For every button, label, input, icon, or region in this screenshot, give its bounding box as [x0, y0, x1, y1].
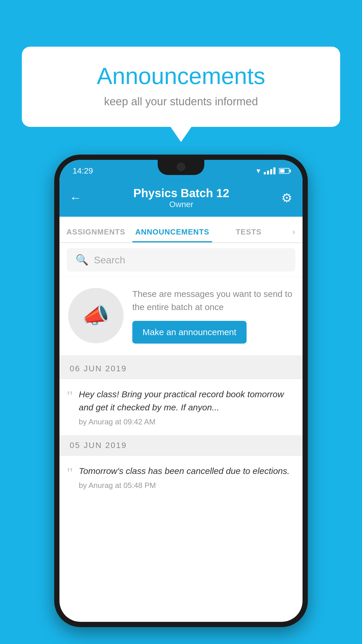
status-icons: ▾: [256, 166, 289, 175]
phone-outer: 14:29 ▾ ← Phys: [54, 155, 308, 627]
gear-icon[interactable]: ⚙: [281, 191, 292, 205]
date-divider-1: 06 JUN 2019: [59, 359, 303, 379]
quote-icon-1: ": [67, 389, 73, 404]
battery-icon: [279, 168, 289, 174]
header-center: Physics Batch 12 Owner: [81, 187, 281, 209]
megaphone-icon: 📣: [82, 303, 110, 328]
speech-bubble: Announcements keep all your students inf…: [22, 47, 340, 127]
phone-mockup: 14:29 ▾ ← Phys: [54, 155, 308, 627]
announcement-meta-2: by Anurag at 05:48 PM: [79, 481, 294, 490]
phone-screen: 14:29 ▾ ← Phys: [59, 160, 303, 622]
announcement-text-2: Tomorrow's class has been cancelled due …: [79, 464, 294, 477]
header-subtitle: Owner: [81, 200, 281, 209]
announcement-item-1: " Hey class! Bring your practical record…: [59, 379, 303, 435]
app-header: ← Physics Batch 12 Owner ⚙: [59, 179, 303, 217]
tabs-container: ASSIGNMENTS ANNOUNCEMENTS TESTS ›: [59, 217, 303, 243]
quote-icon-2: ": [67, 466, 73, 481]
make-announcement-button[interactable]: Make an announcement: [132, 321, 247, 344]
search-icon: 🔍: [75, 254, 89, 266]
announcement-item-2: " Tomorrow's class has been cancelled du…: [59, 456, 303, 497]
wifi-icon: ▾: [256, 166, 260, 175]
speech-bubble-subtitle: keep all your students informed: [39, 95, 323, 108]
announcement-prompt: 📣 These are messages you want to send to…: [59, 277, 303, 359]
announcement-content-2: Tomorrow's class has been cancelled due …: [79, 464, 294, 490]
announcement-prompt-right: These are messages you want to send to t…: [132, 287, 294, 344]
announcement-prompt-description: These are messages you want to send to t…: [132, 287, 294, 314]
announcement-text-1: Hey class! Bring your practical record b…: [79, 388, 294, 414]
announcement-meta-1: by Anurag at 09:42 AM: [79, 417, 294, 426]
announcement-icon-circle: 📣: [68, 288, 124, 343]
back-button[interactable]: ←: [70, 191, 81, 204]
search-bar[interactable]: 🔍 Search: [67, 248, 295, 272]
signal-bars: [264, 167, 275, 174]
tab-announcements[interactable]: ANNOUNCEMENTS: [132, 228, 212, 242]
phone-notch: [158, 160, 204, 175]
speech-bubble-title: Announcements: [39, 63, 323, 90]
search-container: 🔍 Search: [59, 243, 303, 277]
date-divider-2: 05 JUN 2019: [59, 435, 303, 456]
phone-camera: [177, 163, 185, 171]
tab-more[interactable]: ›: [285, 227, 303, 242]
tab-tests[interactable]: TESTS: [212, 228, 285, 242]
header-title: Physics Batch 12: [81, 187, 281, 200]
status-time: 14:29: [73, 166, 93, 176]
battery-fill: [280, 169, 284, 173]
tab-assignments[interactable]: ASSIGNMENTS: [59, 228, 132, 242]
search-placeholder: Search: [94, 254, 125, 266]
speech-bubble-container: Announcements keep all your students inf…: [22, 47, 340, 127]
announcement-content-1: Hey class! Bring your practical record b…: [79, 388, 294, 426]
